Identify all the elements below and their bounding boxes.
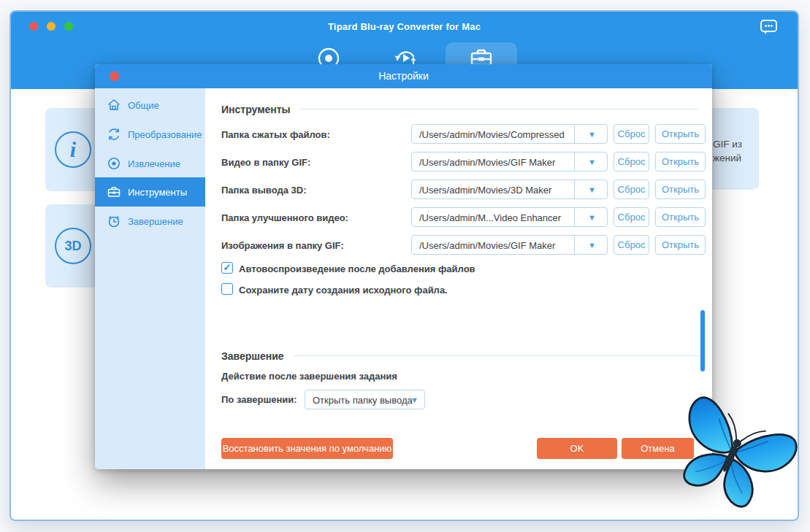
- keep-date-checkbox-label: Сохраните дату создания исходного файла.: [239, 285, 448, 296]
- sidebar-item-label: Преобразование: [128, 129, 202, 140]
- folder-path: /Users/admin/Movies/GIF Maker: [419, 157, 570, 168]
- open-button[interactable]: Открыть: [655, 124, 706, 144]
- autoplay-checkbox[interactable]: ✓: [221, 262, 233, 274]
- section-divider: [299, 109, 699, 109]
- message-bubble-icon: [760, 18, 779, 36]
- sidebar-item-label: Завершение: [128, 216, 183, 227]
- on-finish-value: Открыть папку вывода: [313, 395, 413, 406]
- gif-card-line2: жений: [713, 151, 742, 165]
- sidebar-item-finish[interactable]: Завершение: [95, 207, 205, 236]
- sidebar-item-general[interactable]: Общие: [95, 90, 205, 120]
- dialog-titlebar: Настройки: [95, 64, 712, 88]
- folder-path: /Users/admin/Movies/3D Maker: [419, 185, 570, 196]
- open-button[interactable]: Открыть: [655, 152, 706, 171]
- field-label: Изображения в папку GIF:: [221, 240, 344, 251]
- dropdown-arrow-icon[interactable]: ▼: [588, 158, 596, 166]
- ok-button[interactable]: OK: [537, 438, 617, 459]
- restore-defaults-button[interactable]: Восстановить значения по умолчанию: [221, 438, 393, 459]
- dropdown-arrow-icon[interactable]: ▼: [588, 241, 596, 250]
- gif-card-text: GIF из жений: [713, 137, 742, 165]
- divider: [574, 180, 575, 198]
- divider: [574, 208, 575, 226]
- sidebar-item-conversion[interactable]: Преобразование: [95, 120, 205, 149]
- folder-path: /Users/admin/Movies/Compressed: [419, 129, 570, 140]
- divider: [574, 153, 575, 171]
- dialog-scrollbar[interactable]: [700, 310, 705, 371]
- reset-button[interactable]: Сброс: [614, 235, 649, 255]
- on-finish-select[interactable]: Открыть папку вывода ▼: [305, 390, 425, 409]
- reset-button[interactable]: Сброс: [614, 152, 649, 171]
- dropdown-arrow-icon: ▼: [410, 396, 419, 404]
- finish-section-heading: Завершение: [221, 350, 284, 362]
- sidebar-item-label: Извлечение: [128, 158, 180, 169]
- tools-section-heading: Инструменты: [221, 104, 291, 115]
- sidebar-item-label: Инструменты: [128, 187, 187, 198]
- feedback-button[interactable]: [760, 18, 779, 36]
- dropdown-arrow-icon[interactable]: ▼: [588, 185, 596, 194]
- autoplay-checkbox-label: Автовоспроизведение после добавления фай…: [239, 263, 475, 274]
- section-divider: [294, 355, 699, 356]
- field-label: Папка вывода 3D:: [221, 185, 307, 196]
- on-finish-label: По завершении:: [221, 394, 297, 405]
- divider: [574, 236, 575, 254]
- clock-icon: [107, 214, 121, 228]
- dropdown-arrow-icon[interactable]: ▼: [588, 213, 596, 222]
- reset-button[interactable]: Сброс: [614, 124, 649, 144]
- dialog-title: Настройки: [95, 70, 712, 82]
- open-button[interactable]: Открыть: [655, 207, 706, 227]
- open-button[interactable]: Открыть: [655, 180, 706, 199]
- toolbox-icon: [107, 185, 121, 199]
- gif-card-line1: GIF из: [713, 137, 742, 151]
- finish-subheading: Действие после завершения задания: [221, 371, 397, 382]
- disc-dot-icon: [107, 156, 121, 171]
- field-label: Папка сжатых файлов:: [221, 129, 330, 140]
- info-icon: i: [55, 131, 91, 168]
- enhancer-folder-combo[interactable]: /Users/admin/M...Video Enhancer ▼: [411, 207, 608, 227]
- keep-date-checkbox[interactable]: [221, 283, 233, 295]
- 3d-icon: 3D: [55, 228, 91, 264]
- sidebar-item-ripping[interactable]: Извлечение: [95, 149, 205, 178]
- dropdown-arrow-icon[interactable]: ▼: [588, 130, 596, 139]
- sidebar-item-label: Общие: [128, 100, 159, 111]
- sidebar-item-tools[interactable]: Инструменты: [95, 177, 205, 207]
- divider: [574, 125, 575, 143]
- image-gif-folder-combo[interactable]: /Users/admin/Movies/GIF Maker ▼: [411, 235, 608, 255]
- field-label: Видео в папку GIF:: [221, 157, 310, 168]
- settings-dialog: Настройки Общие Преобразование: [95, 64, 712, 469]
- reset-button[interactable]: Сброс: [614, 207, 649, 227]
- compressed-folder-combo[interactable]: /Users/admin/Movies/Compressed ▼: [411, 124, 608, 144]
- video-gif-folder-combo[interactable]: /Users/admin/Movies/GIF Maker ▼: [411, 152, 608, 171]
- home-icon: [107, 98, 121, 112]
- reset-button[interactable]: Сброс: [614, 180, 649, 199]
- dialog-sidebar: Общие Преобразование Извлечение: [95, 88, 205, 469]
- refresh-icon: [107, 127, 121, 142]
- folder-path: /Users/admin/M...Video Enhancer: [419, 212, 570, 223]
- screen: Tipard Blu-ray Converter for Mac: [0, 0, 810, 532]
- app-title: Tipard Blu-ray Converter for Mac: [11, 21, 798, 32]
- folder-path: /Users/admin/Movies/GIF Maker: [419, 240, 570, 251]
- cancel-button[interactable]: Отмена: [622, 438, 694, 459]
- 3d-folder-combo[interactable]: /Users/admin/Movies/3D Maker ▼: [411, 180, 608, 199]
- open-button[interactable]: Открыть: [655, 235, 706, 255]
- field-label: Папка улучшенного видео:: [221, 212, 348, 223]
